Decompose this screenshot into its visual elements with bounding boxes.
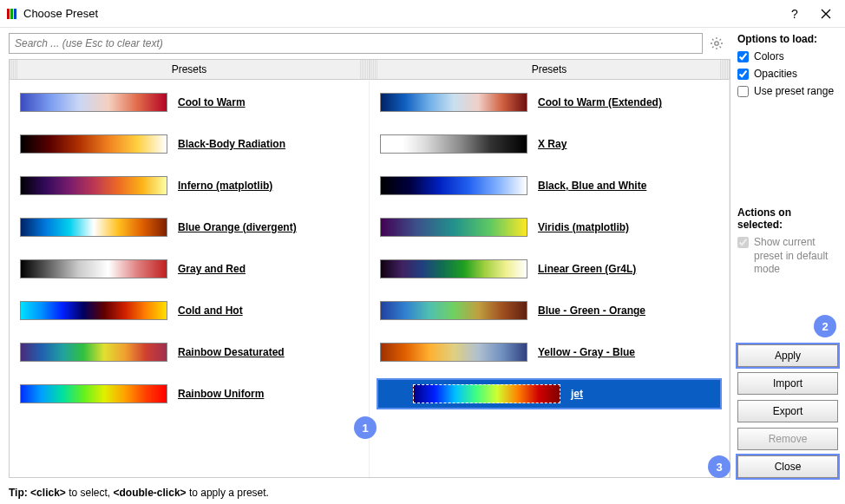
- color-swatch: [20, 343, 167, 362]
- color-swatch: [380, 301, 527, 320]
- color-swatch: [20, 134, 167, 154]
- color-swatch: [380, 93, 527, 112]
- preset-row[interactable]: Gray and Red: [18, 255, 369, 283]
- preset-label: Black-Body Radiation: [178, 138, 285, 150]
- preset-label: Rainbow Uniform: [178, 388, 264, 400]
- color-swatch: [380, 218, 527, 237]
- preset-label: Cool to Warm: [178, 96, 246, 108]
- svg-line-6: [720, 47, 722, 49]
- preset-row[interactable]: Black, Blue and White: [378, 172, 729, 200]
- options-title: Options to load:: [737, 33, 838, 45]
- footer-tip: Tip: <click> to select, <double-click> t…: [0, 483, 845, 504]
- export-button[interactable]: Export: [737, 400, 838, 422]
- preset-row[interactable]: Inferno (matplotlib): [18, 172, 369, 200]
- color-swatch: [380, 134, 527, 154]
- preset-row[interactable]: Blue Orange (divergent): [18, 213, 369, 241]
- color-swatch: [20, 259, 167, 278]
- apply-button[interactable]: Apply: [737, 344, 838, 367]
- preset-grid: Presets Presets Cool to WarmBlack-Body R…: [9, 59, 730, 478]
- color-swatch: [380, 343, 527, 362]
- preset-row[interactable]: Rainbow Uniform: [18, 380, 369, 408]
- checkbox-opacities[interactable]: Opacities: [737, 68, 838, 80]
- titlebar: Choose Preset ?: [0, 0, 845, 28]
- remove-button[interactable]: Remove: [737, 428, 838, 450]
- color-swatch: [20, 384, 167, 403]
- preset-label: jet: [571, 388, 583, 400]
- preset-label: Rainbow Desaturated: [178, 346, 285, 358]
- checkbox-preset-range[interactable]: Use preset range: [737, 85, 838, 97]
- svg-point-0: [715, 42, 718, 45]
- color-swatch: [20, 301, 167, 320]
- color-swatch: [20, 93, 167, 112]
- preset-label: Viridis (matplotlib): [538, 221, 629, 233]
- preset-row[interactable]: jet: [378, 380, 720, 408]
- preset-row[interactable]: Cool to Warm (Extended): [378, 88, 729, 116]
- preset-row[interactable]: Blue - Green - Orange: [378, 297, 729, 324]
- annotation-badge-2: 2: [814, 315, 836, 337]
- annotation-badge-1: 1: [354, 416, 377, 439]
- settings-gear-icon[interactable]: [706, 33, 727, 54]
- preset-row[interactable]: Linear Green (Gr4L): [378, 255, 729, 283]
- preset-row[interactable]: Yellow - Gray - Blue: [378, 338, 729, 366]
- color-swatch: [413, 384, 560, 403]
- color-swatch: [20, 218, 167, 237]
- preset-row[interactable]: Cold and Hot: [18, 297, 369, 324]
- app-icon: [7, 9, 16, 19]
- preset-label: Cold and Hot: [178, 304, 243, 317]
- import-button[interactable]: Import: [737, 372, 838, 395]
- preset-label: Inferno (matplotlib): [178, 180, 272, 192]
- svg-line-8: [720, 39, 722, 41]
- checkbox-colors[interactable]: Colors: [737, 50, 838, 62]
- search-input[interactable]: [9, 33, 703, 54]
- color-swatch: [380, 176, 527, 195]
- color-swatch: [20, 176, 167, 195]
- preset-row[interactable]: Rainbow Desaturated: [18, 338, 369, 366]
- preset-label: Blue Orange (divergent): [178, 221, 297, 233]
- preset-label: Cool to Warm (Extended): [538, 96, 662, 108]
- preset-row[interactable]: Black-Body Radiation: [18, 130, 369, 158]
- preset-label: Gray and Red: [178, 263, 246, 275]
- svg-line-7: [712, 47, 714, 49]
- preset-row[interactable]: Cool to Warm: [18, 88, 369, 116]
- preset-label: Linear Green (Gr4L): [538, 263, 636, 275]
- color-swatch: [380, 259, 527, 278]
- preset-label: Yellow - Gray - Blue: [538, 346, 635, 358]
- preset-row[interactable]: X Ray: [378, 130, 729, 158]
- close-window-button[interactable]: [814, 2, 838, 26]
- annotation-badge-3: 3: [708, 455, 730, 478]
- preset-label: Blue - Green - Orange: [538, 304, 645, 317]
- checkbox-show-default[interactable]: Show current preset in default mode: [737, 236, 838, 277]
- column-header-left[interactable]: Presets: [10, 60, 370, 80]
- window-title: Choose Preset: [23, 7, 98, 20]
- column-header-right[interactable]: Presets: [370, 60, 730, 80]
- preset-label: Black, Blue and White: [538, 180, 646, 192]
- help-button[interactable]: ?: [783, 2, 807, 26]
- preset-row[interactable]: Viridis (matplotlib): [378, 213, 729, 241]
- svg-line-5: [712, 39, 714, 41]
- preset-label: X Ray: [538, 138, 567, 150]
- close-button[interactable]: Close: [737, 455, 838, 478]
- actions-title: Actions on selected:: [737, 206, 838, 231]
